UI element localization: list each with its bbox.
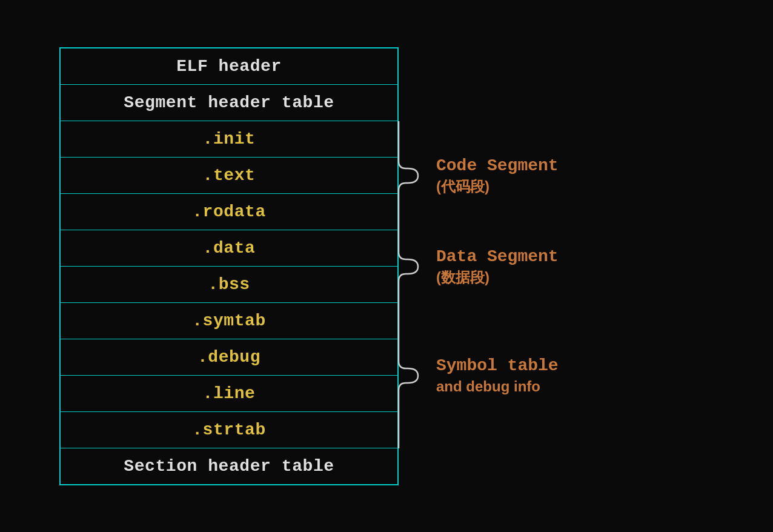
elf-row-7: .symtab <box>61 303 397 339</box>
elf-row-4: .rodata <box>61 194 397 230</box>
brace-label-line1-1: Data Segment <box>436 246 559 268</box>
brace-svg-1 <box>399 230 429 303</box>
elf-row-1: Segment header table <box>61 85 397 121</box>
elf-table: ELF headerSegment header table.init.text… <box>59 47 399 485</box>
brace-label-line2-2: and debug info <box>436 377 559 396</box>
brace-label-line1-0: Code Segment <box>436 155 559 177</box>
brace-svg-0 <box>399 121 429 230</box>
elf-row-2: .init <box>61 121 397 158</box>
brace-group-0: Code Segment(代码段) <box>399 121 559 230</box>
brace-label-line1-2: Symbol table <box>436 355 559 377</box>
elf-row-6: .bss <box>61 267 397 303</box>
braces-labels: Code Segment(代码段)Data Segment(数据段)Symbol… <box>399 47 714 485</box>
elf-row-8: .debug <box>61 339 397 376</box>
diagram-container: ELF headerSegment header table.init.text… <box>59 47 714 485</box>
brace-label-2: Symbol tableand debug info <box>436 355 559 396</box>
brace-group-1: Data Segment(数据段) <box>399 230 559 303</box>
brace-label-line2-1: (数据段) <box>436 268 559 287</box>
brace-label-0: Code Segment(代码段) <box>436 155 559 196</box>
elf-row-0: ELF header <box>61 48 397 85</box>
elf-row-5: .data <box>61 230 397 267</box>
brace-group-2: Symbol tableand debug info <box>399 303 559 448</box>
brace-label-line2-0: (代码段) <box>436 177 559 196</box>
elf-row-9: .line <box>61 376 397 412</box>
elf-row-3: .text <box>61 158 397 194</box>
elf-row-10: .strtab <box>61 412 397 448</box>
brace-label-1: Data Segment(数据段) <box>436 246 559 287</box>
brace-svg-2 <box>399 303 429 448</box>
elf-row-11: Section header table <box>61 448 397 484</box>
